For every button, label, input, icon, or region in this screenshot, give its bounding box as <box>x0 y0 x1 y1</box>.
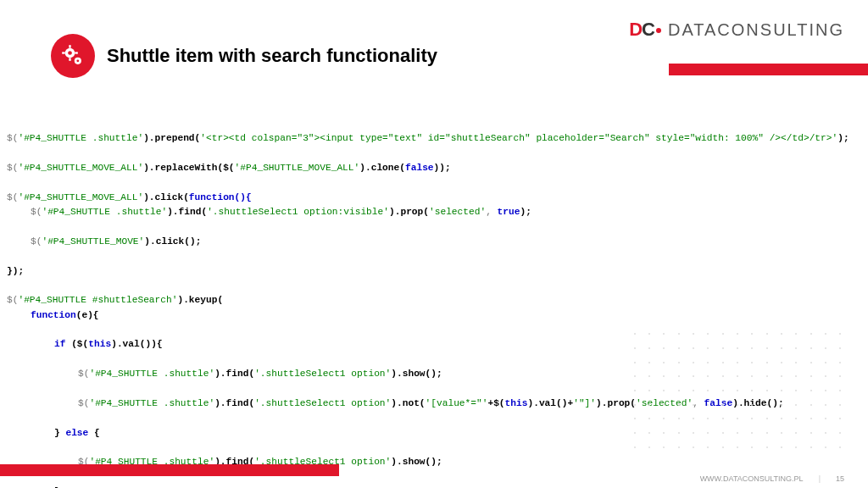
code-token: if <box>54 339 71 349</box>
code-token: $( <box>78 398 89 408</box>
code-token: ); <box>837 133 849 143</box>
code-token: ).not( <box>391 398 425 408</box>
code-token: '#P4_SHUTTLE .shuttle' <box>42 207 167 217</box>
accent-bar-bottom <box>0 464 339 476</box>
code-token: $( <box>7 295 18 305</box>
code-token: , <box>486 207 497 217</box>
code-token: $( <box>7 192 18 202</box>
slide-footer: WWW.DATACONSULTING.PL | 15 <box>0 464 868 488</box>
code-token: ); <box>520 207 531 217</box>
code-token: , <box>693 398 704 408</box>
code-token: ).click(); <box>144 236 201 247</box>
svg-rect-3 <box>69 58 70 61</box>
code-token: '"]' <box>573 398 596 408</box>
logo-dot-icon <box>656 28 661 33</box>
code-token: '.shuttleSelect1 option' <box>254 369 391 379</box>
gears-badge <box>51 34 95 78</box>
logo-letter-c: C <box>642 19 654 40</box>
code-token: '#P4_SHUTTLE_MOVE' <box>42 236 144 247</box>
code-token: true <box>498 207 520 217</box>
code-token: '.shuttleSelect1 option:visible' <box>207 207 389 217</box>
code-token: '.shuttleSelect1 option' <box>254 398 391 408</box>
code-token: '#P4_SHUTTLE .shuttle' <box>89 398 214 408</box>
code-token: ($( <box>71 339 88 349</box>
code-token: ).click( <box>143 192 189 202</box>
code-token: '#P4_SHUTTLE #shuttleSearch' <box>18 295 177 305</box>
code-token: '#P4_SHUTTLE .shuttle' <box>89 369 214 379</box>
title-row: Shuttle item with search functionality <box>51 34 437 78</box>
brand-logo: DC DATACONSULTING <box>629 19 844 41</box>
code-token: false <box>704 398 733 408</box>
code-token: (e){ <box>76 310 99 320</box>
svg-point-1 <box>68 51 72 55</box>
code-token: false <box>405 163 434 173</box>
code-token: ).clone( <box>359 163 405 173</box>
code-token: $( <box>7 163 18 173</box>
slide-title: Shuttle item with search functionality <box>107 45 437 67</box>
slide-header: DC DATACONSULTING Shuttle item with sear… <box>0 0 868 76</box>
svg-rect-2 <box>69 45 70 48</box>
code-token: '<tr><td colspan="3"><input type="text" … <box>200 133 837 143</box>
code-token: )); <box>434 163 451 173</box>
code-token: ).find( <box>214 369 254 379</box>
code-token: ).show(); <box>391 369 442 379</box>
code-token: $( <box>31 236 42 247</box>
code-token: '#P4_SHUTTLE_MOVE_ALL' <box>18 192 143 202</box>
code-token: ).prop( <box>596 398 636 408</box>
page-number: 15 <box>836 474 844 483</box>
code-block: $('#P4_SHUTTLE .shuttle').prepend('<tr><… <box>7 117 861 488</box>
code-token: function <box>31 310 76 320</box>
code-token: ).prepend( <box>143 133 200 143</box>
code-token: this <box>505 398 528 408</box>
gears-icon <box>61 44 85 68</box>
code-token: ).keyup( <box>177 295 223 305</box>
code-token: $( <box>31 207 42 217</box>
code-token: ).find( <box>167 207 207 217</box>
code-token: 'selected' <box>429 207 486 217</box>
code-token: '[value*="' <box>426 398 488 408</box>
code-token: this <box>88 339 111 349</box>
accent-bar-top <box>669 64 868 75</box>
code-token: function(){ <box>189 192 252 202</box>
code-token: $( <box>78 369 89 379</box>
code-token: ).val()){ <box>111 339 162 349</box>
code-token: } <box>54 428 65 438</box>
code-token: $( <box>7 133 18 143</box>
code-token: ).replaceWith($( <box>143 163 234 173</box>
brand-name: DATACONSULTING <box>668 20 844 40</box>
svg-rect-4 <box>62 52 65 53</box>
code-token: ).val()+ <box>527 398 573 408</box>
footer-divider: | <box>819 474 821 483</box>
code-token: ).find( <box>214 398 254 408</box>
code-token: ).hide(); <box>732 398 783 408</box>
code-token: 'selected' <box>636 398 693 408</box>
footer-info: WWW.DATACONSULTING.PL | 15 <box>700 474 844 483</box>
svg-rect-5 <box>75 52 78 53</box>
code-token: '#P4_SHUTTLE_MOVE_ALL' <box>235 163 360 173</box>
code-token: '#P4_SHUTTLE .shuttle' <box>18 133 143 143</box>
code-token: ).prop( <box>389 207 429 217</box>
code-token: }); <box>7 266 24 276</box>
code-token: { <box>94 428 100 438</box>
logo-letter-d: D <box>629 19 642 40</box>
svg-point-7 <box>76 59 79 62</box>
code-token: +$( <box>487 398 504 408</box>
code-token: else <box>65 428 94 438</box>
code-token: '#P4_SHUTTLE_MOVE_ALL' <box>18 163 143 173</box>
footer-url: WWW.DATACONSULTING.PL <box>700 474 804 483</box>
logo-mark: DC <box>629 19 663 41</box>
